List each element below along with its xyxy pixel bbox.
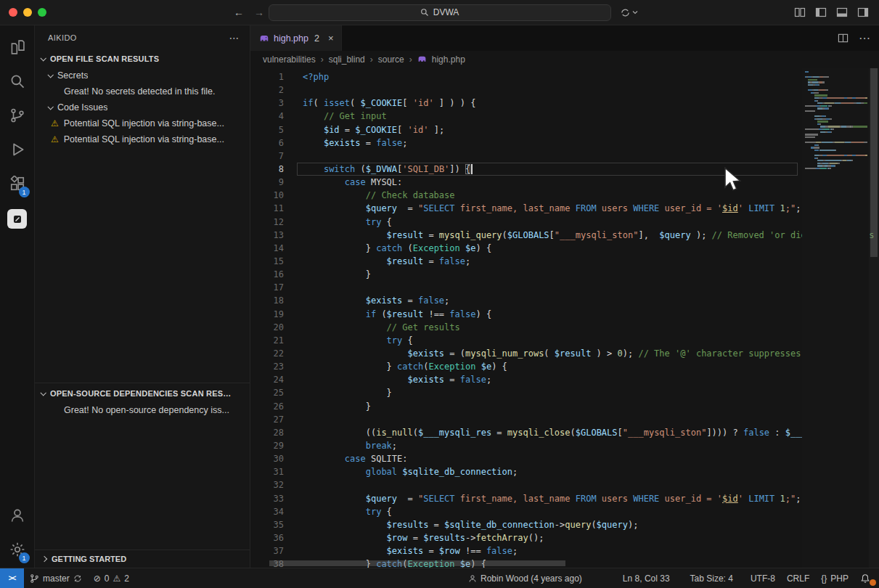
code-line[interactable]: 14 } catch (Exception $e) { <box>250 242 879 255</box>
code-line[interactable]: 22 $exists = (mysqli_num_rows( $result )… <box>250 347 879 360</box>
line-number: 7 <box>250 150 284 163</box>
activity-bar-item-settings[interactable]: 1 <box>0 534 35 568</box>
code-line[interactable]: 32 <box>250 478 879 491</box>
git-blame-info[interactable]: Robin Wood (4 years ago) <box>462 568 588 588</box>
tab-high-php[interactable]: high.php 2 × <box>250 25 342 51</box>
close-tab-icon[interactable]: × <box>328 33 334 44</box>
code-line[interactable]: 34 try { <box>250 505 879 518</box>
breadcrumb-item[interactable]: high.php <box>432 54 465 65</box>
code-line[interactable]: 9 case MYSQL: <box>250 176 879 189</box>
code-line[interactable]: 29 break; <box>250 439 879 452</box>
activity-bar-item-account[interactable] <box>0 499 35 534</box>
code-line[interactable]: 15 $result = false; <box>250 255 879 268</box>
encoding-button[interactable]: UTF-8 <box>745 568 781 588</box>
code-line[interactable]: 4 // Get input <box>250 110 879 123</box>
activity-bar-item-search[interactable] <box>0 65 35 99</box>
vertical-scrollbar[interactable] <box>869 68 879 568</box>
notifications-button[interactable] <box>854 568 879 588</box>
code-line[interactable]: 19 if ($result !== false) { <box>250 308 879 321</box>
code-line[interactable]: 26 } <box>250 400 879 413</box>
tree-group-secrets[interactable]: Secrets <box>35 68 250 83</box>
warning-item[interactable]: ⚠Potential SQL injection via string-base… <box>35 115 250 131</box>
tree-message[interactable]: Great! No open-source dependency iss... <box>35 402 250 418</box>
code-line[interactable]: 10 // Check database <box>250 189 879 202</box>
toggle-secondary-sidebar-icon[interactable] <box>857 7 869 18</box>
code-line[interactable]: 1<?php <box>250 70 879 83</box>
code-line[interactable]: 24 $exists = false; <box>250 373 879 386</box>
code-line[interactable]: 13 $result = mysqli_query($GLOBALS["___m… <box>250 229 879 242</box>
activity-bar-item-explorer[interactable] <box>0 31 35 65</box>
breadcrumb-item[interactable]: vulnerabilities <box>263 54 316 65</box>
blame-text: Robin Wood (4 years ago) <box>481 573 582 584</box>
code-line[interactable]: 12 try { <box>250 216 879 229</box>
code-line[interactable]: 25 } <box>250 386 879 399</box>
section-getting-started[interactable]: GETTING STARTED <box>35 550 250 568</box>
section-open-source-dependencies[interactable]: OPEN-SOURCE DEPENDENCIES SCAN RESULTS <box>35 385 250 402</box>
code-line[interactable]: 18 $exists = false; <box>250 294 879 307</box>
language-mode-button[interactable]: {} PHP <box>815 568 854 588</box>
code-text: $exists = (mysqli_num_rows( $result ) > … <box>303 347 838 360</box>
code-line[interactable]: 6 $exists = false; <box>250 136 879 150</box>
line-number: 30 <box>250 452 284 465</box>
horizontal-scrollbar-thumb[interactable] <box>269 560 565 566</box>
editor-more-actions-icon[interactable]: ⋯ <box>859 31 870 45</box>
code-line[interactable]: 27 <box>250 413 879 426</box>
command-center[interactable]: DVWA <box>269 4 611 21</box>
code-line[interactable]: 16 } <box>250 268 879 281</box>
git-branch-button[interactable]: master <box>24 568 88 588</box>
cursor-position-button[interactable]: Ln 8, Col 33 <box>617 568 676 588</box>
line-number: 17 <box>250 281 284 294</box>
activity-bar-item-extensions[interactable]: 1 <box>0 168 35 202</box>
code-line[interactable]: 11 $query = "SELECT first_name, last_nam… <box>250 202 879 215</box>
tree-message[interactable]: Great! No secrets detected in this file. <box>35 83 250 99</box>
activity-bar-item-source-control[interactable] <box>0 99 35 134</box>
line-number: 15 <box>250 255 284 268</box>
code-line[interactable]: 36 $row = $results->fetchArray(); <box>250 531 879 544</box>
eol-button[interactable]: CRLF <box>781 568 815 588</box>
navigate-back-button[interactable]: ← <box>234 7 244 18</box>
warning-item[interactable]: ⚠Potential SQL injection via string-base… <box>35 131 250 147</box>
code-line[interactable]: 7 <box>250 150 879 163</box>
code-line[interactable]: 3if( isset( $_COOKIE[ 'id' ] ) ) { <box>250 97 879 110</box>
code-line[interactable]: 20 // Get results <box>250 321 879 334</box>
code-line[interactable]: 35 $results = $sqlite_db_connection->que… <box>250 518 879 531</box>
navigate-forward-button[interactable]: → <box>254 7 264 18</box>
remote-indicator[interactable]: >< <box>0 568 24 588</box>
activity-bar-item-run-debug[interactable] <box>0 134 35 168</box>
tree-group-code-issues[interactable]: Code Issues <box>35 99 250 115</box>
zoom-window-button[interactable] <box>38 8 46 17</box>
vertical-scrollbar-thumb[interactable] <box>870 68 878 257</box>
minimap[interactable] <box>802 68 869 568</box>
code-line[interactable]: 8 switch ($_DVWA['SQLI_DB']) { <box>250 163 879 176</box>
code-editor[interactable]: 1<?php23if( isset( $_COOKIE[ 'id' ] ) ) … <box>250 68 879 568</box>
error-count: 0 <box>105 573 110 584</box>
code-lines: 1<?php23if( isset( $_COOKIE[ 'id' ] ) ) … <box>250 70 879 568</box>
section-open-file-scan-results[interactable]: OPEN FILE SCAN RESULTS <box>35 50 250 68</box>
session-action-button[interactable] <box>620 7 638 18</box>
code-line[interactable]: 30 case SQLITE: <box>250 452 879 465</box>
breadcrumb-item[interactable]: sqli_blind <box>329 54 365 65</box>
activity-bar-item-aikido[interactable] <box>0 202 35 236</box>
minimize-window-button[interactable] <box>23 8 32 17</box>
indentation-button[interactable]: Tab Size: 4 <box>684 568 739 588</box>
code-line[interactable]: 33 $query = "SELECT first_name, last_nam… <box>250 492 879 505</box>
code-line[interactable]: 23 } catch(Exception $e) { <box>250 360 879 373</box>
breadcrumb-separator: › <box>321 54 324 65</box>
code-line[interactable]: 28 ((is_null($___mysqli_res = mysqli_clo… <box>250 426 879 439</box>
code-line[interactable]: 21 try { <box>250 334 879 347</box>
toggle-panel-icon[interactable] <box>836 7 848 18</box>
code-text: $exists = $row !== false; <box>303 544 518 558</box>
code-line[interactable]: 37 $exists = $row !== false; <box>250 544 879 558</box>
code-line[interactable]: 2 <box>250 83 879 97</box>
problems-button[interactable]: ⊘ 0 ⚠ 2 <box>88 568 135 588</box>
split-editor-icon[interactable] <box>838 33 849 44</box>
close-window-button[interactable] <box>9 8 17 17</box>
line-number: 37 <box>250 544 284 558</box>
breadcrumb-item[interactable]: source <box>378 54 404 65</box>
code-line[interactable]: 5 $id = $_COOKIE[ 'id' ]; <box>250 123 879 136</box>
more-actions-icon[interactable]: ⋯ <box>229 32 240 44</box>
customize-layout-icon[interactable] <box>794 7 806 18</box>
code-line[interactable]: 31 global $sqlite_db_connection; <box>250 465 879 478</box>
code-line[interactable]: 17 <box>250 281 879 294</box>
toggle-primary-sidebar-icon[interactable] <box>815 7 827 18</box>
